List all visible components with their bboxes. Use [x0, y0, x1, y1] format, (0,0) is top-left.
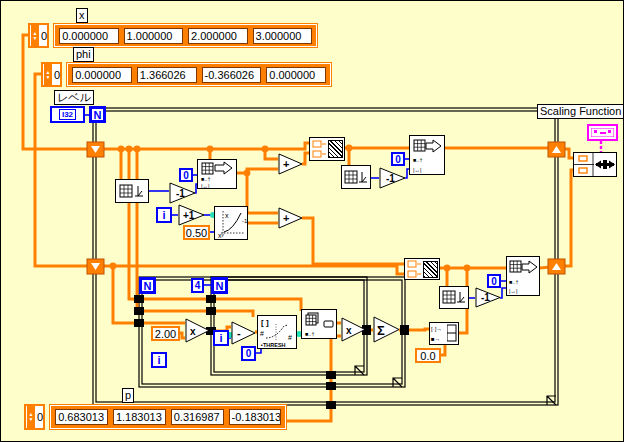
- build-array-node[interactable]: [·]→ ■→: [429, 322, 459, 345]
- svg-text:|↔|: |↔|: [413, 167, 421, 173]
- array-cell[interactable]: 0.000000: [72, 67, 132, 83]
- array-subset-icon: ■..† |↔|: [410, 136, 446, 176]
- constant-0[interactable]: 0: [487, 274, 501, 288]
- svg-text:-1: -1: [242, 218, 248, 224]
- level-control-i32[interactable]: I32: [50, 106, 85, 123]
- constant-0[interactable]: 0: [179, 168, 193, 182]
- array-phi-label[interactable]: phi: [73, 47, 94, 62]
- decrement-node[interactable]: -1: [169, 182, 197, 205]
- svg-text:■..†: ■..†: [509, 279, 518, 285]
- svg-text:[·]→: [·]→: [431, 326, 442, 332]
- array-size-node[interactable]: [341, 165, 371, 189]
- array-x-label[interactable]: x: [76, 8, 88, 23]
- power-of-x-node[interactable]: x xʸ -1: [214, 206, 248, 240]
- index-stepper-icon[interactable]: ▲▼: [44, 64, 52, 85]
- svg-text:■..†: ■..†: [305, 331, 314, 337]
- inner-loop2-count-terminal[interactable]: N: [211, 277, 228, 294]
- add-array-elements-node[interactable]: Σ: [373, 316, 401, 344]
- array-cell[interactable]: 1.183013: [113, 409, 166, 425]
- level-control-label[interactable]: レベル: [54, 90, 94, 105]
- constant-0[interactable]: 0: [241, 346, 256, 361]
- build-array-node[interactable]: [309, 137, 345, 161]
- add-node[interactable]: +: [278, 153, 304, 176]
- threshold-array-icon: [ ] # # ▪THRESH: [258, 316, 298, 350]
- array-cell[interactable]: -0.183013: [229, 409, 282, 425]
- array-size-icon: [116, 180, 150, 204]
- index-stepper-icon[interactable]: ▲▼: [31, 25, 39, 46]
- array-subset-node[interactable]: ■..† |↔|: [197, 159, 237, 189]
- array-cell[interactable]: 0.683013: [55, 409, 108, 425]
- svg-text:x: x: [190, 326, 196, 337]
- array-cell[interactable]: -0.366026: [202, 67, 262, 83]
- inner-loop1-count-terminal[interactable]: N: [139, 277, 156, 294]
- loop1-iteration-terminal[interactable]: i: [151, 352, 167, 368]
- xy-graph-terminal[interactable]: [587, 124, 618, 141]
- svg-text:x: x: [225, 212, 229, 219]
- array-block-icon: [328, 140, 343, 158]
- threshold-array-node[interactable]: [ ] # # ▪THRESH: [257, 315, 297, 349]
- array-subset-icon: ■..† |↔|: [507, 257, 541, 297]
- svg-text:[ ]: [ ]: [261, 318, 269, 327]
- array-cell[interactable]: 0.316987: [171, 409, 224, 425]
- add-node[interactable]: +: [278, 207, 304, 230]
- bundle-output-icon: [594, 153, 616, 176]
- increment-node[interactable]: +1: [178, 204, 206, 227]
- array-size-node[interactable]: [439, 286, 469, 309]
- subtract-node[interactable]: -: [231, 321, 257, 346]
- build-array-rows-icon: [405, 258, 423, 280]
- svg-text:■→: ■→: [431, 336, 441, 342]
- loop2-iteration-terminal[interactable]: i: [213, 330, 229, 346]
- array-cell[interactable]: 3.000000: [253, 28, 312, 44]
- svg-text:x: x: [346, 325, 352, 336]
- scaling-function-label[interactable]: Scaling Function: [537, 104, 624, 119]
- constant-4[interactable]: 4: [191, 278, 204, 293]
- power-of-x-icon: x xʸ -1: [215, 207, 249, 241]
- constant-0-0[interactable]: 0.0: [415, 348, 441, 363]
- build-array-rows-icon: [·]→ ■→: [430, 322, 447, 345]
- array-x-index[interactable]: ▲▼ 0: [28, 23, 49, 48]
- svg-text:+: +: [283, 158, 289, 170]
- i32-type-badge: I32: [59, 109, 76, 120]
- index-array-icon: ■..†: [302, 310, 338, 340]
- array-size-icon: [342, 166, 372, 190]
- array-p[interactable]: ▲▼ 0 0.683013 1.183013 0.316987 -0.18301…: [24, 404, 285, 430]
- outer-loop-iteration-terminal[interactable]: i: [156, 207, 172, 223]
- array-cell[interactable]: 0.000000: [266, 67, 326, 83]
- array-p-label[interactable]: p: [122, 388, 134, 403]
- svg-text:+: +: [283, 212, 289, 224]
- array-phi[interactable]: ▲▼ 0 0.000000 1.366026 -0.366026 0.00000…: [41, 62, 332, 87]
- array-phi-index[interactable]: ▲▼ 0: [41, 62, 62, 87]
- array-subset-node[interactable]: ■..† |↔|: [506, 256, 540, 296]
- xy-graph-icon: [591, 128, 614, 137]
- array-p-index[interactable]: ▲▼ 0: [24, 404, 45, 430]
- array-cell[interactable]: 2.000000: [188, 28, 247, 44]
- array-cell[interactable]: 1.366026: [137, 67, 197, 83]
- array-x[interactable]: ▲▼ 0 0.000000 1.000000 2.000000 3.000000: [28, 23, 318, 48]
- array-block-icon: [423, 261, 438, 278]
- svg-text:▪THRESH: ▪THRESH: [261, 342, 286, 348]
- build-array-rows-icon: [310, 137, 328, 161]
- svg-text:■..†: ■..†: [201, 176, 210, 182]
- constant-0[interactable]: 0: [391, 152, 405, 166]
- svg-text:-1: -1: [176, 188, 185, 199]
- array-cell[interactable]: 0.000000: [59, 28, 118, 44]
- multiply-node[interactable]: x: [185, 318, 211, 344]
- constant-2-00[interactable]: 2.00: [151, 326, 180, 341]
- svg-text:-1: -1: [481, 292, 490, 303]
- bundle-node[interactable]: [573, 152, 617, 177]
- multiply-node[interactable]: x: [341, 317, 367, 343]
- index-stepper-icon[interactable]: ▲▼: [27, 406, 35, 428]
- bundle-inputs-icon: [574, 153, 594, 176]
- array-cell[interactable]: 1.000000: [124, 28, 183, 44]
- decrement-node[interactable]: -1: [475, 287, 502, 309]
- array-subset-node[interactable]: ■..† |↔|: [409, 135, 445, 175]
- svg-text:Σ: Σ: [377, 323, 385, 338]
- index-array-node[interactable]: ■..†: [301, 309, 337, 339]
- array-size-node[interactable]: [115, 179, 149, 203]
- decrement-node[interactable]: -1: [379, 167, 407, 190]
- constant-0-50[interactable]: 0.50: [183, 225, 210, 240]
- build-array-node[interactable]: [404, 258, 440, 280]
- array-size-icon: [440, 287, 470, 310]
- outer-loop-count-terminal[interactable]: N: [89, 106, 106, 123]
- svg-text:|↔|: |↔|: [509, 288, 517, 294]
